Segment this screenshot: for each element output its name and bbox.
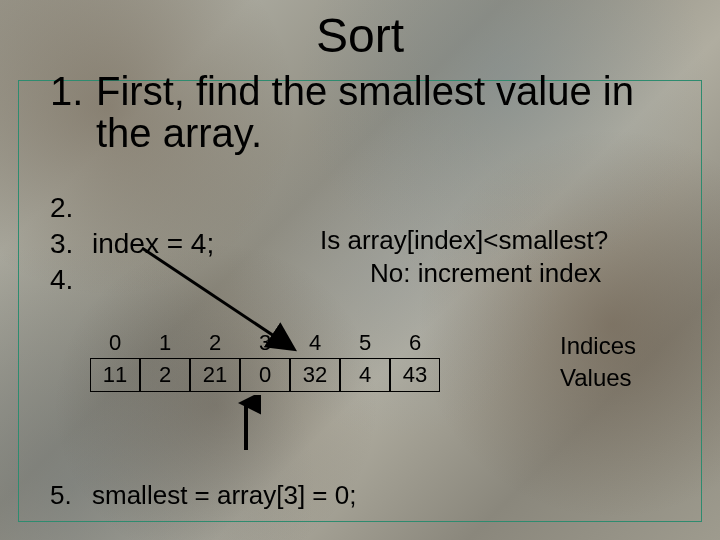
array-table: 0 1 2 3 4 5 6 11 2 21 0 32 4 43: [90, 330, 440, 392]
value-cell: 32: [290, 358, 340, 392]
values-row: 11 2 21 0 32 4 43: [90, 358, 440, 392]
index-cell: 6: [390, 330, 440, 358]
index-cell: 5: [340, 330, 390, 358]
row-labels: Indices Values: [560, 330, 636, 395]
question-line-1: Is array[index]<smallest?: [320, 225, 608, 255]
question-block: Is array[index]<smallest? No: increment …: [320, 224, 608, 289]
step-1: 1.First, find the smallest value in the …: [50, 70, 680, 154]
step-5-number: 5.: [50, 480, 92, 511]
step-4-number: 4.: [50, 262, 92, 298]
value-cell: 21: [190, 358, 240, 392]
question-line-2: No: increment index: [320, 257, 608, 290]
value-cell: 11: [90, 358, 140, 392]
step-2-number: 2.: [50, 190, 92, 226]
step-5: 5.smallest = array[3] = 0;: [50, 480, 356, 511]
indices-label: Indices: [560, 330, 636, 362]
slide-title: Sort: [0, 8, 720, 63]
step-3-text: index = 4;: [92, 228, 214, 259]
values-label: Values: [560, 362, 636, 394]
index-cell: 3: [240, 330, 290, 358]
value-cell: 0: [240, 358, 290, 392]
value-cell: 4: [340, 358, 390, 392]
index-cell: 2: [190, 330, 240, 358]
step-3-number: 3.: [50, 226, 92, 262]
step-1-text: First, find the smallest value in the ar…: [96, 70, 676, 154]
indices-row: 0 1 2 3 4 5 6: [90, 330, 440, 358]
index-cell: 1: [140, 330, 190, 358]
steps-2-3-4: 2. 3.index = 4; 4.: [50, 190, 214, 297]
step-1-number: 1.: [50, 70, 96, 112]
value-cell: 2: [140, 358, 190, 392]
step-5-text: smallest = array[3] = 0;: [92, 480, 356, 510]
index-cell: 0: [90, 330, 140, 358]
index-cell: 4: [290, 330, 340, 358]
value-cell: 43: [390, 358, 440, 392]
